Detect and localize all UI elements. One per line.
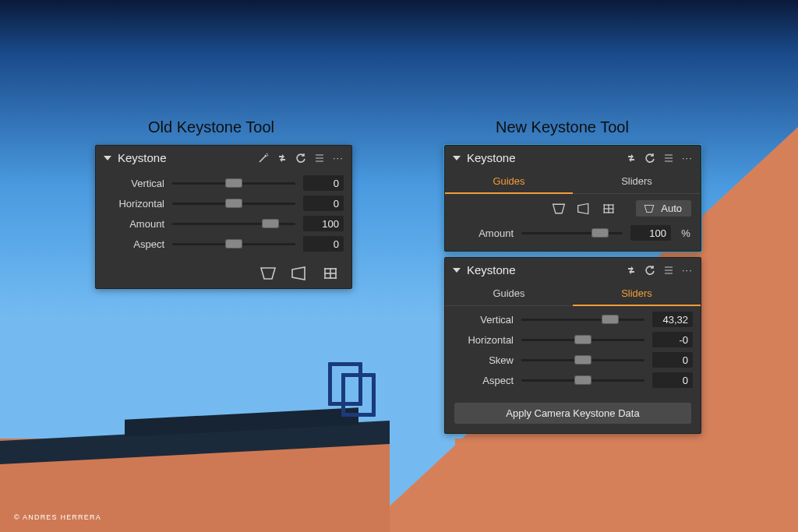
tabs: Guides Sliders <box>445 282 701 306</box>
slider-track[interactable] <box>521 379 644 382</box>
slider-track[interactable] <box>172 223 295 225</box>
swap-arrows-icon[interactable] <box>277 153 288 164</box>
menu-lines-icon[interactable] <box>314 153 325 164</box>
slider-thumb[interactable] <box>225 178 242 188</box>
keystone-vertical-icon <box>644 203 655 214</box>
slider-row-skew: Skew 0 <box>453 350 693 370</box>
bg-ornament-b <box>341 373 376 417</box>
slider-row-amount: Amount 100 % <box>453 223 693 243</box>
swap-arrows-icon[interactable] <box>626 265 637 276</box>
keystone-vertical-icon[interactable] <box>552 203 566 215</box>
slider-value[interactable]: 0 <box>303 236 344 252</box>
more-dots-icon[interactable]: ··· <box>333 153 344 164</box>
slider-thumb[interactable] <box>225 239 242 248</box>
slider-track[interactable] <box>521 232 623 234</box>
slider-value[interactable]: -0 <box>652 332 693 347</box>
slider-thumb[interactable] <box>591 228 609 238</box>
slider-track[interactable] <box>521 339 644 341</box>
keystone-mode-icons <box>552 203 616 215</box>
auto-button[interactable]: Auto <box>636 200 691 217</box>
slider-track[interactable] <box>172 203 295 205</box>
slider-label: Amount <box>453 227 514 239</box>
menu-lines-icon[interactable] <box>663 265 674 276</box>
tab-guides[interactable]: Guides <box>445 170 573 193</box>
panel-header-icons: ··· <box>258 153 344 164</box>
keystone-horizontal-icon[interactable] <box>577 203 591 215</box>
guides-toolbar: Auto <box>445 194 701 223</box>
magic-wand-icon[interactable] <box>258 153 269 164</box>
slider-track[interactable] <box>521 319 644 321</box>
slider-row-aspect: Aspect 0 <box>104 234 344 254</box>
apply-camera-keystone-button[interactable]: Apply Camera Keystone Data <box>454 403 691 424</box>
panel-title: Keystone <box>467 151 516 164</box>
credit-text: © ANDRES HERRERA <box>14 513 101 521</box>
slider-row-amount: Amount 100 <box>104 213 344 234</box>
slider-suffix: % <box>679 227 693 239</box>
slider-track[interactable] <box>521 359 644 361</box>
panel-header-icons: ··· <box>626 153 693 164</box>
slider-value[interactable]: 100 <box>303 216 344 231</box>
slider-thumb[interactable] <box>602 315 619 324</box>
section-title-new: New Keystone Tool <box>496 118 629 136</box>
slider-thumb[interactable] <box>574 375 591 385</box>
panel-header[interactable]: Keystone ··· <box>96 146 351 170</box>
slider-rows: Vertical 0 Horizontal 0 Amount 100 Aspec… <box>96 170 351 262</box>
slider-thumb[interactable] <box>262 219 279 228</box>
collapse-chevron-icon[interactable] <box>453 268 461 273</box>
slider-rows: Amount 100 % <box>445 223 701 251</box>
slider-value[interactable]: 43,32 <box>652 312 693 327</box>
tabs: Guides Sliders <box>445 170 701 194</box>
slider-value[interactable]: 0 <box>652 352 693 368</box>
reset-arrow-icon[interactable] <box>295 153 306 164</box>
reset-arrow-icon[interactable] <box>644 153 655 164</box>
slider-row-aspect: Aspect 0 <box>453 370 693 390</box>
slider-label: Skew <box>453 354 514 366</box>
slider-track[interactable] <box>172 182 295 185</box>
slider-row-horizontal: Horizontal -0 <box>453 329 693 350</box>
slider-thumb[interactable] <box>574 335 591 344</box>
bg-right-wall-base <box>455 439 798 532</box>
swap-arrows-icon[interactable] <box>626 153 637 164</box>
slider-label: Aspect <box>453 375 514 386</box>
tab-sliders[interactable]: Sliders <box>573 170 701 193</box>
slider-rows: Vertical 43,32 Horizontal -0 Skew 0 Aspe… <box>445 306 701 398</box>
keystone-horizontal-icon[interactable] <box>291 266 308 280</box>
slider-track[interactable] <box>172 243 295 245</box>
collapse-chevron-icon[interactable] <box>453 156 461 160</box>
keystone-vertical-icon[interactable] <box>260 266 277 280</box>
new-keystone-sliders-panel: Keystone ··· Guides Sliders Vertical 43,… <box>444 257 701 434</box>
keystone-grid-icon[interactable] <box>602 203 616 215</box>
slider-label: Aspect <box>104 238 164 250</box>
slider-row-vertical: Vertical 43,32 <box>453 309 693 329</box>
new-keystone-guides-panel: Keystone ··· Guides Sliders Auto <box>444 145 701 252</box>
slider-label: Amount <box>104 218 164 230</box>
slider-label: Vertical <box>104 178 164 189</box>
slider-value[interactable]: 0 <box>303 175 344 191</box>
slider-value[interactable]: 0 <box>652 372 693 388</box>
slider-label: Horizontal <box>453 334 514 346</box>
slider-row-vertical: Vertical 0 <box>104 173 344 193</box>
more-dots-icon[interactable]: ··· <box>682 153 693 164</box>
tab-sliders[interactable]: Sliders <box>573 282 701 305</box>
auto-button-label: Auto <box>661 203 682 214</box>
keystone-grid-icon[interactable] <box>322 266 339 280</box>
panel-header[interactable]: Keystone ··· <box>445 146 701 170</box>
menu-lines-icon[interactable] <box>663 153 674 164</box>
tab-guides[interactable]: Guides <box>445 282 573 305</box>
slider-thumb[interactable] <box>225 199 242 208</box>
panel-header-icons: ··· <box>626 265 693 276</box>
slider-label: Vertical <box>453 314 514 326</box>
collapse-chevron-icon[interactable] <box>104 156 111 160</box>
panel-title: Keystone <box>467 263 516 277</box>
reset-arrow-icon[interactable] <box>644 265 655 276</box>
slider-thumb[interactable] <box>574 355 591 365</box>
slider-label: Horizontal <box>104 198 164 210</box>
old-keystone-panel: Keystone ··· Vertical 0 Horizontal 0 <box>95 145 352 289</box>
section-title-old: Old Keystone Tool <box>148 118 274 136</box>
more-dots-icon[interactable]: ··· <box>682 265 693 276</box>
slider-row-horizontal: Horizontal 0 <box>104 193 344 213</box>
slider-value[interactable]: 100 <box>630 225 671 241</box>
keystone-mode-icons <box>96 262 351 288</box>
slider-value[interactable]: 0 <box>303 196 344 211</box>
panel-header[interactable]: Keystone ··· <box>445 258 701 282</box>
